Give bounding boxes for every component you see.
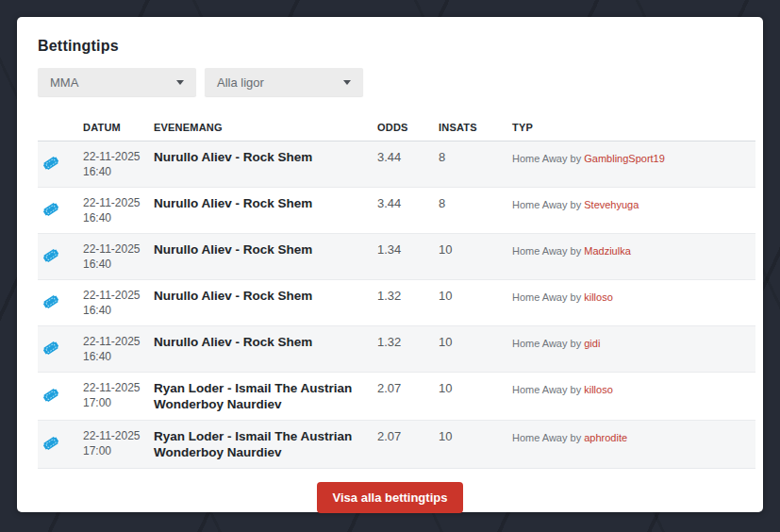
event-date: 22-11-2025 bbox=[83, 241, 146, 257]
typ-cell: Home Away by killoso bbox=[512, 373, 755, 421]
insats-value: 8 bbox=[439, 141, 512, 188]
league-filter-select[interactable]: Alla ligor bbox=[205, 68, 363, 96]
card-header: Bettingtips MMA Alla ligor bbox=[17, 38, 763, 96]
row-icon-cell bbox=[38, 373, 83, 421]
sport-filter-select[interactable]: MMA bbox=[38, 68, 196, 96]
typ-text: Home Away by bbox=[512, 199, 581, 210]
table-row: 22-11-2025 17:00 Ryan Loder - Ismail The… bbox=[38, 421, 755, 469]
odds-value: 3.44 bbox=[377, 188, 439, 234]
column-header-odds: ODDS bbox=[377, 116, 439, 141]
tipster-link[interactable]: killoso bbox=[584, 291, 613, 303]
event-time: 16:40 bbox=[83, 164, 146, 179]
filters-bar: MMA Alla ligor bbox=[38, 68, 742, 96]
column-header-typ: TYP bbox=[512, 116, 755, 141]
insats-value: 10 bbox=[439, 280, 512, 326]
typ-text: Home Away by bbox=[512, 384, 581, 395]
row-date-cell: 22-11-2025 16:40 bbox=[83, 141, 154, 188]
table-row: 22-11-2025 17:00 Ryan Loder - Ismail The… bbox=[38, 373, 755, 421]
row-icon-cell bbox=[38, 326, 83, 373]
row-icon-cell bbox=[38, 234, 83, 280]
typ-text: Home Away by bbox=[512, 432, 581, 443]
event-time: 16:40 bbox=[83, 349, 146, 364]
row-date-cell: 22-11-2025 16:40 bbox=[83, 234, 154, 280]
event-name: Ryan Loder - Ismail The Austrian Wonderb… bbox=[154, 421, 377, 469]
odds-value: 2.07 bbox=[377, 373, 439, 421]
column-header-insats: INSATS bbox=[439, 116, 512, 141]
row-icon-cell bbox=[38, 421, 83, 469]
typ-cell: Home Away by GamblingSport19 bbox=[512, 141, 755, 188]
insats-value: 10 bbox=[439, 326, 512, 373]
card-footer: Visa alla bettingtips bbox=[17, 469, 763, 513]
row-icon-cell bbox=[38, 188, 83, 234]
insats-value: 10 bbox=[439, 373, 512, 421]
league-filter-value: Alla ligor bbox=[217, 75, 264, 90]
typ-cell: Home Away by killoso bbox=[512, 280, 755, 326]
caret-down-icon bbox=[176, 80, 184, 85]
event-name: Ryan Loder - Ismail The Austrian Wonderb… bbox=[154, 373, 377, 421]
bettingtips-table-wrap: DATUM EVENEMANG ODDS INSATS TYP 2 bbox=[17, 116, 763, 469]
table-row: 22-11-2025 16:40 Nurullo Aliev - Rock Sh… bbox=[38, 234, 755, 280]
event-date: 22-11-2025 bbox=[83, 149, 146, 164]
tipster-link[interactable]: gidi bbox=[584, 338, 600, 349]
page-background: { "colors": { "background": "#262b36", "… bbox=[0, 0, 780, 532]
odds-value: 3.44 bbox=[377, 141, 439, 188]
event-time: 17:00 bbox=[83, 395, 146, 410]
table-row: 22-11-2025 16:40 Nurullo Aliev - Rock Sh… bbox=[38, 280, 755, 326]
column-header-evenemang: EVENEMANG bbox=[154, 116, 377, 141]
event-date: 22-11-2025 bbox=[83, 195, 146, 210]
event-name: Nurullo Aliev - Rock Shem bbox=[154, 234, 377, 280]
caret-down-icon bbox=[343, 80, 351, 85]
tipster-link[interactable]: Stevehyuga bbox=[584, 199, 639, 210]
typ-text: Home Away by bbox=[512, 245, 581, 257]
event-name: Nurullo Aliev - Rock Shem bbox=[154, 280, 377, 326]
typ-cell: Home Away by Madziulka bbox=[512, 234, 755, 280]
event-name: Nurullo Aliev - Rock Shem bbox=[154, 188, 377, 234]
ticket-icon bbox=[41, 199, 61, 220]
event-date: 22-11-2025 bbox=[83, 334, 146, 349]
odds-value: 1.32 bbox=[377, 280, 439, 326]
typ-cell: Home Away by aphrodite bbox=[512, 421, 755, 469]
typ-cell: Home Away by Stevehyuga bbox=[512, 188, 755, 234]
typ-cell: Home Away by gidi bbox=[512, 326, 755, 373]
event-date: 22-11-2025 bbox=[83, 428, 146, 443]
tipster-link[interactable]: GamblingSport19 bbox=[584, 153, 665, 164]
typ-text: Home Away by bbox=[512, 338, 581, 349]
row-date-cell: 22-11-2025 17:00 bbox=[83, 421, 154, 469]
event-time: 17:00 bbox=[83, 443, 146, 458]
ticket-icon bbox=[41, 153, 61, 174]
bettingtips-card: Bettingtips MMA Alla ligor DATUM EVENEMA… bbox=[17, 17, 763, 512]
event-name: Nurullo Aliev - Rock Shem bbox=[154, 141, 377, 188]
insats-value: 8 bbox=[439, 188, 512, 234]
odds-value: 2.07 bbox=[377, 421, 439, 469]
row-icon-cell bbox=[38, 141, 83, 188]
ticket-icon bbox=[41, 385, 61, 406]
row-icon-cell bbox=[38, 280, 83, 326]
ticket-icon bbox=[41, 338, 61, 358]
ticket-icon bbox=[41, 245, 61, 266]
odds-value: 1.34 bbox=[377, 234, 439, 280]
event-date: 22-11-2025 bbox=[83, 380, 146, 395]
row-date-cell: 22-11-2025 16:40 bbox=[83, 188, 154, 234]
page-title: Bettingtips bbox=[38, 38, 742, 55]
event-time: 16:40 bbox=[83, 210, 146, 225]
table-header-row: DATUM EVENEMANG ODDS INSATS TYP bbox=[38, 116, 755, 141]
bettingtips-table: DATUM EVENEMANG ODDS INSATS TYP 2 bbox=[38, 116, 755, 469]
tipster-link[interactable]: aphrodite bbox=[584, 432, 627, 443]
odds-value: 1.32 bbox=[377, 326, 439, 373]
tipster-link[interactable]: killoso bbox=[584, 384, 613, 395]
ticket-icon bbox=[41, 291, 61, 312]
column-header-icon bbox=[38, 116, 83, 141]
event-time: 16:40 bbox=[83, 303, 146, 318]
show-all-bettingtips-button[interactable]: Visa alla bettingtips bbox=[317, 482, 464, 513]
typ-text: Home Away by bbox=[512, 291, 581, 303]
ticket-icon bbox=[41, 433, 61, 454]
tipster-link[interactable]: Madziulka bbox=[584, 245, 631, 257]
row-date-cell: 22-11-2025 16:40 bbox=[83, 326, 154, 373]
event-name: Nurullo Aliev - Rock Shem bbox=[154, 326, 377, 373]
event-time: 16:40 bbox=[83, 257, 146, 272]
row-date-cell: 22-11-2025 16:40 bbox=[83, 280, 154, 326]
table-row: 22-11-2025 16:40 Nurullo Aliev - Rock Sh… bbox=[38, 188, 755, 234]
sport-filter-value: MMA bbox=[50, 75, 78, 90]
row-date-cell: 22-11-2025 17:00 bbox=[83, 373, 154, 421]
table-row: 22-11-2025 16:40 Nurullo Aliev - Rock Sh… bbox=[38, 326, 755, 373]
